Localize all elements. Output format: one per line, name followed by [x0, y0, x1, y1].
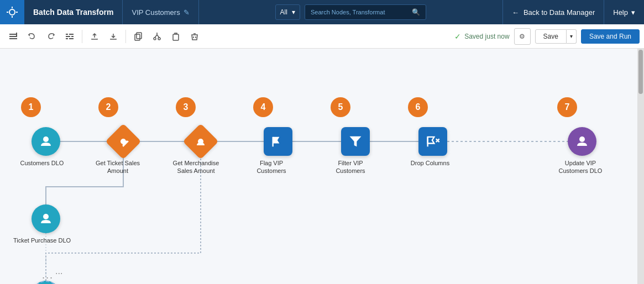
badge-3: 3 [176, 97, 196, 117]
undo-button[interactable] [23, 28, 41, 45]
settings-button[interactable] [61, 28, 78, 45]
badge-6: 6 [408, 97, 428, 117]
node-6-label: Drop Columns [408, 159, 452, 167]
node-2[interactable] [105, 123, 141, 159]
filter-label: All [280, 8, 287, 16]
node-6[interactable] [418, 127, 447, 156]
node-4[interactable] [264, 127, 292, 156]
download-button[interactable] [104, 28, 122, 45]
node-7[interactable] [568, 127, 596, 156]
paste-button[interactable] [167, 28, 185, 45]
svg-rect-7 [71, 36, 74, 37]
tab-name: VIP Customers [132, 8, 180, 17]
vertical-scrollbar[interactable] [637, 49, 644, 284]
help-chevron-icon: ▾ [631, 8, 635, 17]
badge-5: 5 [331, 97, 350, 117]
ellipsis: ... [42, 270, 54, 281]
toolbar: ✓ Saved just now ⚙ Save ▾ Save and Run [0, 24, 644, 49]
svg-point-33 [43, 214, 49, 219]
toolbar-separator-1 [82, 30, 82, 43]
saved-status: ✓ Saved just now [454, 32, 509, 41]
upload-button[interactable] [86, 28, 103, 45]
svg-text:...: ... [55, 266, 62, 276]
help-label: Help [613, 8, 628, 17]
node-ticket-label: Ticket Purchase DLO [12, 236, 72, 244]
check-icon: ✓ [454, 32, 461, 41]
svg-point-32 [579, 136, 585, 142]
help-menu[interactable]: Help ▾ [604, 0, 644, 24]
node-ticket-purchase[interactable] [32, 204, 60, 233]
svg-rect-15 [173, 34, 179, 40]
back-to-data-manager[interactable]: ← Back to Data Manager [502, 0, 604, 24]
node-3-label: Get MerchandiseSales Amount [170, 159, 222, 175]
svg-rect-2 [9, 36, 17, 37]
copy-button[interactable] [129, 28, 147, 45]
save-group: Save ▾ [535, 29, 577, 44]
back-arrow-icon: ← [512, 8, 519, 17]
svg-rect-11 [137, 33, 142, 39]
node-1-label: Customers DLO [18, 159, 66, 167]
svg-point-14 [158, 38, 160, 40]
svg-rect-4 [16, 33, 17, 36]
node-3[interactable] [182, 123, 218, 159]
svg-point-24 [43, 136, 49, 142]
node-5-label: Filter VIP Customers [326, 159, 375, 175]
toolbar-right: ✓ Saved just now ⚙ Save ▾ Save and Run [454, 28, 640, 45]
app-logo [0, 0, 24, 24]
redo-button[interactable] [42, 28, 60, 45]
node-5[interactable] [341, 127, 370, 156]
chevron-down-icon: ▾ [292, 8, 295, 16]
app-title: Batch Data Transform [24, 0, 123, 24]
toolbar-separator-2 [125, 30, 126, 43]
top-bar: Batch Data Transform VIP Customers ✎ All… [0, 0, 644, 24]
saved-text: Saved just now [464, 33, 509, 40]
svg-rect-10 [69, 38, 74, 39]
cut-button[interactable] [148, 28, 166, 45]
svg-rect-6 [69, 34, 74, 35]
filter-dropdown[interactable]: All ▾ [275, 4, 300, 20]
svg-rect-8 [66, 36, 70, 37]
svg-marker-28 [350, 136, 362, 147]
pipeline-tab[interactable]: VIP Customers ✎ [123, 0, 198, 24]
edit-icon[interactable]: ✎ [184, 8, 190, 17]
svg-rect-1 [9, 34, 17, 35]
delete-button[interactable] [186, 28, 203, 45]
save-dropdown-button[interactable]: ▾ [567, 29, 577, 44]
back-label: Back to Data Manager [523, 8, 595, 17]
svg-rect-9 [66, 38, 68, 39]
node-7-label: Update VIPCustomers DLO [556, 159, 605, 175]
pipeline-canvas: ... 1 Customers DLO 2 Get Ticket SalesAm… [0, 49, 644, 284]
badge-2: 2 [98, 97, 118, 117]
node-1[interactable] [32, 127, 60, 156]
svg-rect-3 [9, 38, 17, 39]
node-2-label: Get Ticket SalesAmount [93, 159, 143, 175]
badge-4: 4 [253, 97, 273, 117]
svg-point-0 [9, 9, 15, 15]
add-node-button[interactable] [4, 28, 22, 45]
badge-7: 7 [557, 97, 577, 117]
search-icon: 🔍 [412, 8, 420, 16]
search-placeholder: Search Nodes, Transformat [311, 9, 385, 15]
node-merch-purchase[interactable] [32, 281, 60, 284]
search-box[interactable]: Search Nodes, Transformat 🔍 [305, 4, 426, 20]
badge-1: 1 [21, 97, 41, 117]
node-4-label: Flag VIP Customers [249, 159, 294, 175]
gear-button[interactable]: ⚙ [514, 28, 531, 45]
scrollbar-thumb[interactable] [638, 50, 643, 94]
gear-icon: ⚙ [519, 33, 525, 40]
svg-rect-12 [135, 34, 140, 40]
save-and-run-button[interactable]: Save and Run [581, 29, 640, 44]
svg-point-13 [154, 38, 156, 40]
search-area: All ▾ Search Nodes, Transformat 🔍 [199, 4, 502, 20]
save-button[interactable]: Save [535, 29, 567, 44]
svg-rect-5 [66, 34, 68, 35]
